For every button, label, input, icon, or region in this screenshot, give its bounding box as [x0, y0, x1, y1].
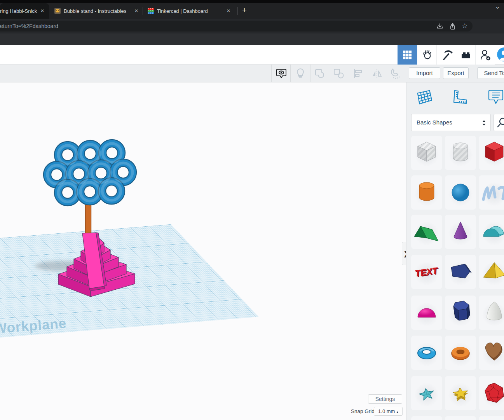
shape-sphere[interactable]: [445, 175, 476, 210]
view-bricks-button[interactable]: [456, 45, 475, 65]
group-icon: [314, 68, 326, 79]
tinkercad-favicon: [148, 8, 154, 14]
shape-icosahedron[interactable]: [479, 376, 504, 410]
shape-pyramid[interactable]: [479, 255, 504, 289]
dropdown-arrow-icon: ▴: [396, 410, 398, 414]
shape-tile-partial[interactable]: [411, 416, 442, 420]
shape-heart[interactable]: [479, 336, 504, 370]
export-button[interactable]: Export: [443, 67, 469, 79]
magnet-button[interactable]: [386, 65, 405, 82]
shape-text[interactable]: TEXTTEXT: [411, 255, 442, 289]
show-all-button[interactable]: [291, 65, 310, 82]
magnet-icon: [390, 67, 402, 80]
hand-icon: [421, 49, 433, 61]
install-icon[interactable]: [436, 23, 444, 30]
settings-button[interactable]: Settings: [368, 394, 402, 404]
shapes-panel: Basic Shapes TEXTTEXT: [406, 82, 504, 420]
address-bar[interactable]: eturnTo=%2Fdashboard: [0, 21, 473, 32]
tab-habbi-snick[interactable]: ring Habbi-Snick ✕: [0, 3, 49, 19]
model-honeycomb: [44, 140, 136, 206]
action-toolbar: Import Export Send To: [0, 65, 504, 82]
shape-round-roof[interactable]: [479, 215, 504, 249]
view-blocks-button[interactable]: [436, 45, 456, 65]
tab-instructables[interactable]: Bubble stand - Instructables ✕: [51, 3, 142, 19]
align-icon: [352, 68, 363, 79]
shape-half-sphere[interactable]: [411, 296, 442, 330]
tab-title: Tinkercad | Dashboard: [157, 8, 225, 14]
shape-cone[interactable]: [445, 215, 476, 249]
mirror-icon: [371, 68, 383, 79]
browser-window: ring Habbi-Snick ✕ Bubble stand - Instru…: [0, 0, 504, 420]
ungroup-button[interactable]: [329, 65, 348, 82]
shape-polygon[interactable]: [445, 255, 476, 289]
import-button[interactable]: Import: [409, 67, 440, 79]
tab-strip: ring Habbi-Snick ✕ Bubble stand - Instru…: [0, 0, 504, 19]
new-tab-button[interactable]: +: [239, 5, 250, 16]
shape-tile-partial[interactable]: [479, 416, 504, 420]
url-bar-row: eturnTo=%2Fdashboard ☆ S: [0, 19, 504, 33]
person-add-icon: [480, 49, 491, 61]
viewport-3d[interactable]: Workplane Settings Snap Grid 1.0 mm▴ ❯: [0, 82, 406, 420]
tab-tinkercad[interactable]: Tinkercad | Dashboard ✕: [144, 3, 237, 19]
shape-box[interactable]: [479, 136, 504, 170]
eye-bubble-icon: [276, 68, 287, 79]
close-icon[interactable]: ✕: [39, 7, 46, 14]
view-sim-lab-button[interactable]: [417, 45, 436, 65]
grid-view-icon: [402, 49, 413, 60]
tab-overflow-chevron-icon[interactable]: ⌄: [495, 3, 500, 10]
shape-cylinder-hole[interactable]: [445, 136, 476, 170]
instructables-favicon: [54, 8, 61, 14]
send-to-button[interactable]: Send To: [477, 67, 504, 79]
panel-collapse-handle[interactable]: ❯: [402, 242, 406, 265]
collaborate-button[interactable]: [475, 45, 495, 65]
share-icon[interactable]: [449, 23, 457, 30]
bookmark-star-icon[interactable]: ☆: [461, 23, 469, 30]
lightbulb-icon: [295, 68, 306, 79]
tab-title: Bubble stand - Instructables: [64, 8, 133, 14]
snap-grid-label: Snap Grid: [351, 408, 375, 414]
app-header: [0, 45, 504, 65]
url-text: eturnTo=%2Fdashboard: [0, 21, 58, 32]
shape-cylinder[interactable]: [411, 175, 442, 210]
shape-box-hole[interactable]: [411, 136, 442, 170]
pickaxe-icon: [440, 49, 453, 61]
window-edge: [0, 0, 504, 3]
view-3d-editor-button[interactable]: [398, 45, 417, 65]
shape-star[interactable]: [445, 376, 476, 410]
brick-icon: [460, 49, 472, 61]
snap-grid-dropdown[interactable]: 1.0 mm▴: [374, 407, 403, 416]
shape-hex-prism[interactable]: [445, 296, 476, 330]
scene: [0, 82, 406, 420]
close-icon[interactable]: ✕: [225, 7, 232, 14]
shape-star-flat[interactable]: [411, 376, 442, 410]
shape-paraboloid[interactable]: [479, 296, 504, 330]
ungroup-icon: [333, 68, 345, 79]
group-button[interactable]: [310, 65, 330, 82]
hide-selected-button[interactable]: [272, 65, 291, 82]
shape-scribble[interactable]: [479, 175, 504, 210]
close-icon[interactable]: ✕: [133, 7, 140, 14]
shape-roof[interactable]: [411, 215, 442, 249]
shape-tube[interactable]: [445, 336, 476, 370]
shapes-grid: TEXTTEXT: [406, 82, 504, 420]
mirror-button[interactable]: [367, 65, 386, 82]
shape-torus[interactable]: [411, 336, 442, 370]
bookmarks-bar: [0, 33, 504, 45]
shape-tile-partial[interactable]: [445, 416, 476, 420]
align-button[interactable]: [348, 65, 367, 82]
tab-title: ring Habbi-Snick: [0, 8, 39, 14]
